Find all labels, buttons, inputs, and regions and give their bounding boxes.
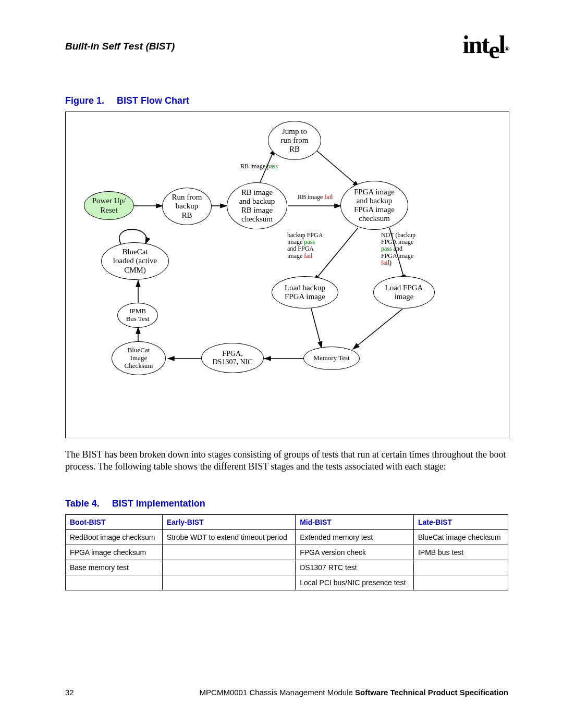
- page-footer: 32 MPCMM0001 Chassis Management Module S…: [65, 688, 508, 697]
- table-row: Base memory test DS1307 RTC test: [66, 560, 508, 575]
- table-header: Early-BIST: [162, 515, 295, 530]
- node-bc-checksum: BlueCatImageChecksum: [112, 341, 166, 375]
- node-fpga-check: FPGA imageand backupFPGA imagechecksum: [340, 181, 408, 230]
- node-jump: Jump torun fromRB: [268, 121, 321, 160]
- node-fpga-ds: FPGA,DS1307, NIC: [201, 343, 264, 373]
- page-number: 32: [65, 688, 74, 697]
- section-title: Built-In Self Test (BIST): [65, 41, 175, 52]
- table-row: RedBoot image checksum Strobe WDT to ext…: [66, 530, 508, 545]
- flow-chart: Jump torun fromRB Power Up/Reset Run fro…: [65, 112, 509, 438]
- node-ipmb: IPMBBus Test: [117, 303, 158, 328]
- body-paragraph: The BIST has been broken down into stage…: [65, 449, 508, 472]
- bist-table: Boot-BIST Early-BIST Mid-BIST Late-BIST …: [65, 514, 508, 590]
- svg-line-8: [353, 309, 402, 349]
- edge-rb-fail: RB image fail: [298, 194, 333, 201]
- node-load-fpga: Load FPGAimage: [373, 276, 435, 309]
- node-power: Power Up/Reset: [84, 191, 134, 220]
- table-row: Local PCI bus/NIC presence test: [66, 575, 508, 590]
- node-bluecat: BlueCatloaded (activeCMM): [101, 242, 169, 280]
- table-header: Boot-BIST: [66, 515, 163, 530]
- edge-branch-right: NOT (backup FPGA image pass and FPGA ima…: [381, 232, 433, 266]
- node-run-rb: Run frombackupRB: [162, 188, 212, 225]
- footer-doc-title: MPCMM0001 Chassis Management Module Soft…: [200, 688, 508, 697]
- edge-rb-pass: RB image pass: [240, 163, 278, 170]
- figure-title: BIST Flow Chart: [117, 95, 189, 106]
- table-row: FPGA image checksum FPGA version check I…: [66, 545, 508, 560]
- intel-logo: intel®: [462, 30, 508, 59]
- table-title: BIST Implementation: [112, 498, 205, 509]
- figure-caption: Figure 1.BIST Flow Chart: [65, 95, 508, 106]
- node-load-backup-fpga: Load backupFPGA image: [272, 276, 338, 309]
- table-label: Table 4.: [65, 498, 100, 509]
- page-header: Built-In Self Test (BIST) intel®: [65, 41, 508, 69]
- table-caption: Table 4.BIST Implementation: [65, 498, 508, 509]
- table-header: Mid-BIST: [296, 515, 414, 530]
- edge-branch-left: backup FPGA image pass and FPGA image fa…: [287, 232, 334, 260]
- svg-line-4: [315, 150, 359, 187]
- node-memory-test: Memory Test: [303, 347, 360, 370]
- svg-line-7: [311, 309, 322, 348]
- node-rb-check: RB imageand backupRB imagechecksum: [227, 182, 287, 229]
- figure-label: Figure 1.: [65, 95, 104, 106]
- table-header: Late-BIST: [413, 515, 508, 530]
